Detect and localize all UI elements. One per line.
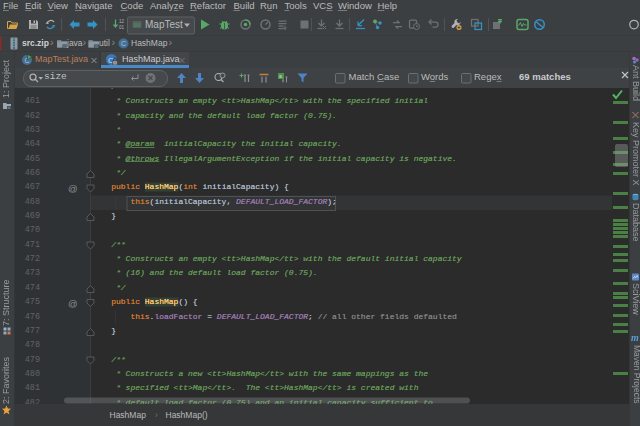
- svg-text:C: C: [121, 40, 126, 47]
- svg-text:12: 12: [119, 19, 125, 24]
- svg-text:a: a: [279, 73, 282, 79]
- svg-text:01: 01: [119, 25, 125, 30]
